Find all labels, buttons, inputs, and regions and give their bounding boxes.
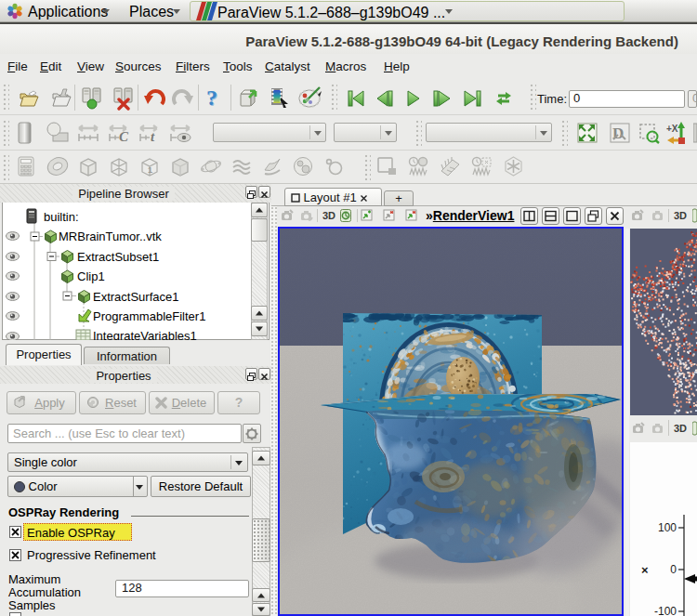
svg-text:C: C — [119, 129, 129, 144]
svg-text:0: 0 — [670, 563, 677, 576]
svg-text:100: 100 — [658, 521, 677, 534]
svg-text:1: 1 — [148, 165, 152, 175]
svg-text:-100: -100 — [654, 605, 677, 616]
svg-text:+X: +X — [666, 124, 678, 134]
svg-text:×: × — [641, 563, 649, 577]
